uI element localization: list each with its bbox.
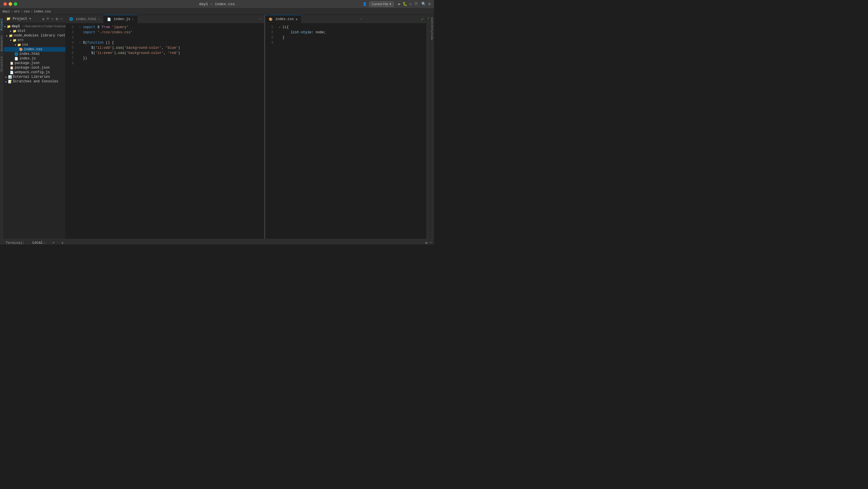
main-layout: Project Bookmarks Structure 📁 Project ▾ … — [0, 15, 434, 239]
close-local-tab-icon[interactable]: ✕ — [44, 241, 45, 244]
current-file-button[interactable]: Current File ▾ — [369, 1, 394, 7]
breadcrumb-part-css[interactable]: css — [24, 10, 30, 13]
css-line-code-2: list-style: node; — [282, 30, 426, 35]
code-line-4: 4 ↑ $(function () { — [66, 40, 264, 45]
terminal-settings-icon[interactable]: ⚙ — [425, 241, 427, 244]
tab-index-html[interactable]: 🌐 index.html ✕ — [66, 15, 104, 24]
tree-item-css[interactable]: ▾ 📁 css — [4, 42, 65, 47]
tab-index-js-label: index.js — [114, 17, 130, 21]
editor-panes: 🌐 index.html ✕ 📄 index.js ✕ ⋯ 1 — [66, 15, 434, 239]
tab-add[interactable]: + — [49, 239, 58, 245]
local-tab-label: Local — [32, 241, 43, 245]
filter-icon[interactable]: ⋯ — [51, 17, 54, 22]
tree-item-package-lock[interactable]: 📋 package-lock.json — [4, 65, 65, 70]
sort-icon[interactable]: ≡ — [46, 17, 50, 22]
line-code-7: }) — [83, 56, 264, 61]
tree-item-src[interactable]: ▾ 📁 src — [4, 38, 65, 42]
css-file-icon: 🎨 — [19, 47, 23, 52]
tree-item-dist[interactable]: ▸ 📁 dist — [4, 29, 65, 33]
css-line-1: 1 ✓ li{ — [265, 25, 426, 30]
left-pane-menu-button[interactable]: ⋯ — [257, 17, 264, 21]
html-tab-icon: 🌐 — [69, 17, 73, 21]
notifications-tab[interactable]: Notifications — [430, 15, 434, 42]
profile-icon[interactable]: ⏱ — [414, 2, 418, 6]
tree-item-day1[interactable]: ▾ 📁 day1 ~/Documents/Code/VueCode/vue-s — [4, 24, 65, 29]
search-icon[interactable]: 🔍 — [422, 2, 426, 6]
css-line-num-3: 3 — [265, 35, 277, 40]
css-line-3: 3 } — [265, 35, 426, 40]
tab-dropdown[interactable]: ∨ — [58, 239, 67, 245]
line-num-3: 3 — [66, 35, 77, 40]
tree-item-node-modules[interactable]: ▸ 📁 node_modules library root — [4, 33, 65, 38]
line-num-4: 4 — [66, 40, 77, 45]
tree-item-index-css[interactable]: 🎨 index.css — [4, 47, 65, 52]
css-line-code-4 — [282, 40, 426, 45]
maximize-button[interactable] — [14, 2, 17, 6]
breadcrumb-part-src[interactable]: src — [14, 10, 20, 13]
settings-sidebar-icon[interactable]: ⚙ — [55, 17, 59, 22]
tree-item-scratches[interactable]: ▸ 📝 Scratches and Consoles — [4, 79, 65, 84]
tab-index-css-label: index.css — [275, 17, 294, 21]
left-code-content[interactable]: 1 ↑ import $ from 'jquery' 2 import './c… — [66, 24, 264, 239]
css-line-code-1: li{ — [282, 25, 426, 30]
bookmarks-tab[interactable]: Bookmarks — [0, 33, 4, 53]
tab-index-js[interactable]: 📄 index.js ✕ — [104, 15, 137, 24]
window-controls[interactable] — [3, 2, 17, 6]
close-sidebar-icon[interactable]: — — [60, 17, 63, 22]
collapse-all-icon[interactable]: ⇅ — [42, 17, 45, 22]
chevron-right-icon: ▸ — [10, 29, 12, 33]
line-code-8 — [83, 61, 264, 66]
breadcrumb-part-file[interactable]: index.css — [34, 10, 51, 13]
minimize-button[interactable] — [9, 2, 12, 6]
user-icon[interactable]: 👤 — [363, 2, 367, 6]
folder-css-icon: 📁 — [17, 43, 21, 47]
html-file-icon: 🌐 — [14, 52, 19, 56]
right-pane-check-icon: ✓ — [422, 17, 426, 22]
code-line-7: 7 }) — [66, 56, 264, 61]
project-sidebar: 📁 Project ▾ ⇅ ≡ ⋯ ⚙ — ▾ 📁 day1 ~/Documen… — [4, 15, 66, 239]
tree-item-external-libs[interactable]: ▸ 📊 External Libraries — [4, 75, 65, 79]
css-tab-icon: 🎨 — [269, 18, 273, 21]
tab-local[interactable]: Local ✕ — [29, 239, 49, 245]
window-title: day1 – index.css — [199, 2, 235, 6]
settings-icon[interactable]: ⚙ — [428, 2, 431, 6]
breadcrumb-part-day1[interactable]: day1 — [2, 10, 10, 13]
bottom-tabs: Terminal: Local ✕ + ∨ ⚙ — — [0, 239, 434, 244]
file-tree: ▾ 📁 day1 ~/Documents/Code/VueCode/vue-s … — [4, 23, 65, 239]
right-pane-menu-button[interactable]: ⋯ — [358, 17, 365, 21]
external-libs-icon: 📊 — [8, 75, 12, 79]
webpack-file-icon: 📄 — [10, 71, 14, 74]
chevron-down-icon: ▾ — [4, 25, 6, 28]
chevron-right-scratch-icon: ▸ — [5, 80, 7, 84]
chevron-down-src-icon: ▾ — [10, 38, 12, 42]
tree-item-index-html[interactable]: 🌐 index.html — [4, 52, 65, 56]
json-lock-file-icon: 📋 — [10, 66, 14, 70]
code-line-1: 1 ↑ import $ from 'jquery' — [66, 25, 264, 30]
tree-item-index-js[interactable]: 📄 index.js — [4, 56, 65, 61]
dropdown-arrow-icon: ▾ — [390, 2, 391, 6]
chevron-right-nm-icon: ▸ — [6, 34, 8, 38]
terminal-close-icon[interactable]: — — [430, 241, 432, 244]
coverage-icon[interactable]: ▷ — [410, 2, 412, 6]
close-button[interactable] — [3, 2, 7, 6]
tree-item-webpack[interactable]: 📄 webpack.config.js — [4, 70, 65, 75]
line-num-6: 6 — [66, 51, 77, 56]
css-line-code-3: } — [282, 35, 426, 40]
structure-tab[interactable]: Structure — [0, 54, 4, 74]
css-line-num-1: 1 — [265, 25, 277, 30]
run-icon[interactable]: ▶ — [398, 2, 401, 6]
css-line-num-2: 2 — [265, 30, 277, 35]
close-css-tab-icon[interactable]: ✕ — [296, 17, 298, 22]
line-num-5: 5 — [66, 45, 77, 51]
folder-icon: 📁 — [7, 25, 11, 28]
line-code-6: $('li:even').css('background-color', 're… — [83, 51, 264, 56]
dropdown-tab-icon: ∨ — [61, 241, 63, 244]
debug-icon[interactable]: 🐛 — [403, 2, 407, 6]
right-code-content[interactable]: 1 ✓ li{ 2 list-style: node; 3 } — [265, 24, 426, 239]
line-code-2: import './css/index.css' — [83, 30, 264, 35]
close-html-tab-icon[interactable]: ✕ — [98, 18, 100, 21]
tab-index-css[interactable]: 🎨 index.css ✕ — [265, 15, 301, 24]
project-tab[interactable]: Project — [0, 16, 4, 33]
close-js-tab-icon[interactable]: ✕ — [132, 18, 134, 21]
tree-item-package-json[interactable]: 📋 package.json — [4, 61, 65, 65]
